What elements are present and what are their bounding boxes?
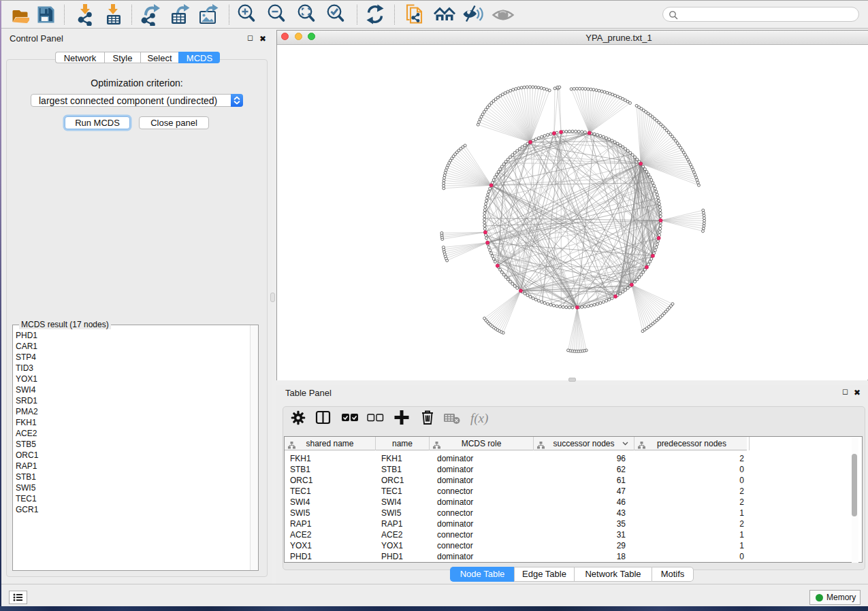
svg-text:f(x): f(x) [470, 411, 488, 426]
